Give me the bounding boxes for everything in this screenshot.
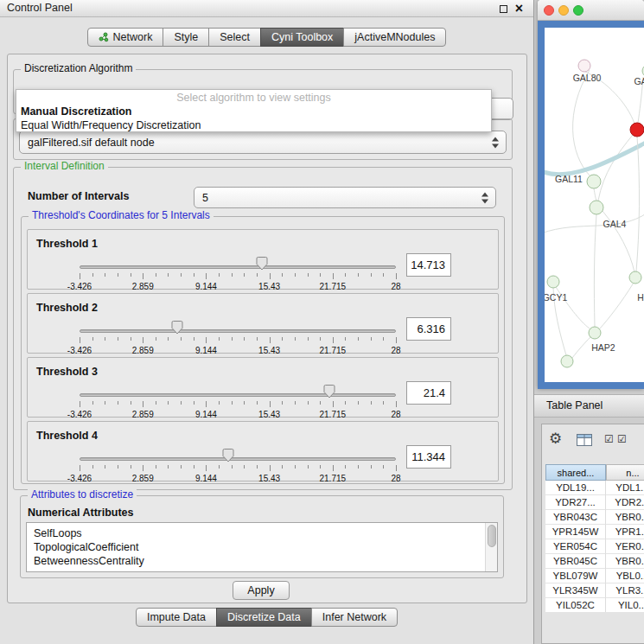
table-cell[interactable]: YBR045C	[545, 554, 606, 569]
control-panel-titlebar[interactable]: Control Panel ×	[0, 0, 533, 17]
close-traffic-light-icon[interactable]	[544, 5, 554, 16]
table-row[interactable]: YER054CYER0...	[545, 539, 644, 554]
network-edge[interactable]	[598, 135, 633, 201]
network-node[interactable]	[561, 355, 573, 367]
threshold-value-field[interactable]: 6.316	[406, 317, 451, 341]
slider-track[interactable]	[80, 329, 396, 333]
column-header-shared-name[interactable]: shared...	[545, 464, 606, 481]
table-cell[interactable]: YPR145W	[545, 525, 606, 539]
threshold-value-field[interactable]: 21.4	[406, 381, 451, 405]
table-cell[interactable]: YDL19...	[545, 481, 606, 495]
network-window-titlebar[interactable]	[538, 0, 644, 21]
tick-mark	[345, 401, 346, 405]
threshold-slider[interactable]: -3.4262.8599.14415.4321.71528	[80, 255, 396, 291]
scrollbar-thumb[interactable]	[488, 525, 496, 547]
table-cell[interactable]: YLR345W	[545, 583, 606, 598]
slider-track[interactable]	[80, 393, 396, 397]
table-row[interactable]: YIL052CYIL0...	[545, 598, 644, 612]
threshold-value-field[interactable]: 14.713	[406, 253, 451, 277]
table-row[interactable]: YBR043CYBR0...	[545, 510, 644, 525]
table-cell[interactable]: YBR0...	[606, 554, 644, 569]
tab-select[interactable]: Select	[208, 28, 261, 47]
network-canvas[interactable]: GAL80GAGAL11GAL4GCY1HHAP2	[545, 28, 644, 382]
attribute-list-item[interactable]: SelfLoops	[27, 526, 497, 540]
network-edge[interactable]	[600, 283, 634, 328]
table-cell[interactable]: YDL1...	[606, 481, 644, 495]
table-row[interactable]: YDR27...YDR2...	[545, 495, 644, 510]
slider-thumb[interactable]	[171, 321, 184, 335]
table-cell[interactable]: YDR2...	[606, 495, 644, 510]
tab-label: Impute Data	[147, 611, 206, 623]
slider-track[interactable]	[80, 457, 396, 461]
network-node[interactable]	[590, 201, 603, 214]
attributes-listbox[interactable]: SelfLoopsTopologicalCoefficientBetweenne…	[26, 522, 498, 572]
threshold-label: Threshold 3	[36, 366, 98, 378]
slider-thumb[interactable]	[256, 257, 269, 271]
network-edge[interactable]	[636, 137, 640, 271]
tab-impute-data[interactable]: Impute Data	[136, 608, 217, 627]
network-node[interactable]	[589, 327, 601, 339]
network-edge[interactable]	[594, 214, 596, 327]
threshold-value-field[interactable]: 11.344	[406, 445, 451, 469]
network-node[interactable]	[547, 276, 559, 288]
table-cell[interactable]: YIL052C	[545, 598, 606, 612]
table-cell[interactable]: YBL0...	[606, 569, 644, 583]
table-cell[interactable]: YDR27...	[545, 495, 606, 510]
tab-jactivemnodules[interactable]: jActiveMNodules	[343, 28, 446, 47]
table-cell[interactable]: YPR1...	[606, 525, 644, 539]
tick-mark	[345, 273, 346, 277]
zoom-traffic-light-icon[interactable]	[573, 5, 583, 16]
table-cell[interactable]: YER054C	[545, 539, 606, 554]
gear-icon[interactable]: ⚙	[549, 430, 562, 448]
network-node[interactable]	[578, 60, 590, 72]
network-edge[interactable]	[545, 213, 644, 233]
table-row[interactable]: YPR145WYPR1...	[545, 525, 644, 539]
attribute-list-item[interactable]: TopologicalCoefficient	[27, 540, 497, 554]
tab-network[interactable]: Network	[87, 28, 164, 47]
slider-track[interactable]	[80, 265, 396, 269]
table-cell[interactable]: YBL079W	[545, 569, 606, 583]
close-icon[interactable]: ×	[515, 2, 523, 16]
vertical-scrollbar[interactable]	[485, 523, 497, 571]
dropdown-option-manual-discretization[interactable]: Manual Discretization	[16, 105, 491, 118]
table-row[interactable]: YLR345WYLR3...	[545, 583, 644, 598]
slider-thumb[interactable]	[222, 449, 235, 462]
threshold-slider[interactable]: -3.4262.8599.14415.4321.71528	[80, 319, 396, 355]
network-node[interactable]	[587, 175, 601, 188]
apply-button[interactable]: Apply	[233, 581, 290, 600]
tab-infer-network[interactable]: Infer Network	[311, 608, 398, 627]
scale-label: 9.144	[195, 346, 217, 355]
table-cell[interactable]: YBR0...	[606, 510, 644, 525]
table-panel-header[interactable]: Table Panel	[534, 394, 644, 418]
dropdown-placeholder-item[interactable]: Select algorithm to view settings	[16, 91, 491, 105]
table-cell[interactable]: YLR3...	[606, 583, 644, 598]
tab-cyni-toolbox[interactable]: Cyni Toolbox	[260, 28, 344, 47]
tab-discretize-data[interactable]: Discretize Data	[216, 608, 312, 627]
network-edge[interactable]	[545, 142, 644, 175]
table-cell[interactable]: YIL0...	[606, 598, 644, 612]
network-edge[interactable]	[573, 70, 590, 176]
threshold-slider[interactable]: -3.4262.8599.14415.4321.71528	[80, 447, 396, 483]
unselect-columns-checkbox-icon[interactable]: ☑	[617, 433, 627, 445]
network-node[interactable]	[630, 123, 644, 137]
table-cell[interactable]: YER0...	[606, 539, 644, 554]
columns-icon[interactable]	[577, 434, 592, 446]
threshold-slider[interactable]: -3.4262.8599.14415.4321.71528	[80, 383, 396, 419]
slider-thumb[interactable]	[323, 385, 336, 399]
dropdown-option-equal-width-frequency[interactable]: Equal Width/Frequency Discretization	[16, 118, 491, 132]
attribute-list-item[interactable]: BetweennessCentrality	[27, 554, 497, 568]
tab-style[interactable]: Style	[163, 28, 209, 47]
table-row[interactable]: YDL19...YDL1...	[545, 481, 644, 495]
number-of-intervals-combobox[interactable]: 5	[194, 187, 496, 208]
float-window-icon[interactable]	[500, 5, 507, 13]
network-edge[interactable]	[594, 188, 596, 201]
table-cell[interactable]: YBR043C	[545, 510, 606, 525]
select-all-columns-checkbox-icon[interactable]: ☑	[604, 433, 614, 445]
column-header-name[interactable]: n...	[606, 464, 644, 481]
table-row[interactable]: YBR045CYBR0...	[545, 554, 644, 569]
minimize-traffic-light-icon[interactable]	[558, 5, 569, 16]
table-data-combobox[interactable]: galFiltered.sif default node	[19, 131, 507, 154]
network-node[interactable]	[629, 271, 641, 284]
table-row[interactable]: YBL079WYBL0...	[545, 569, 644, 583]
network-edge[interactable]	[572, 337, 590, 358]
